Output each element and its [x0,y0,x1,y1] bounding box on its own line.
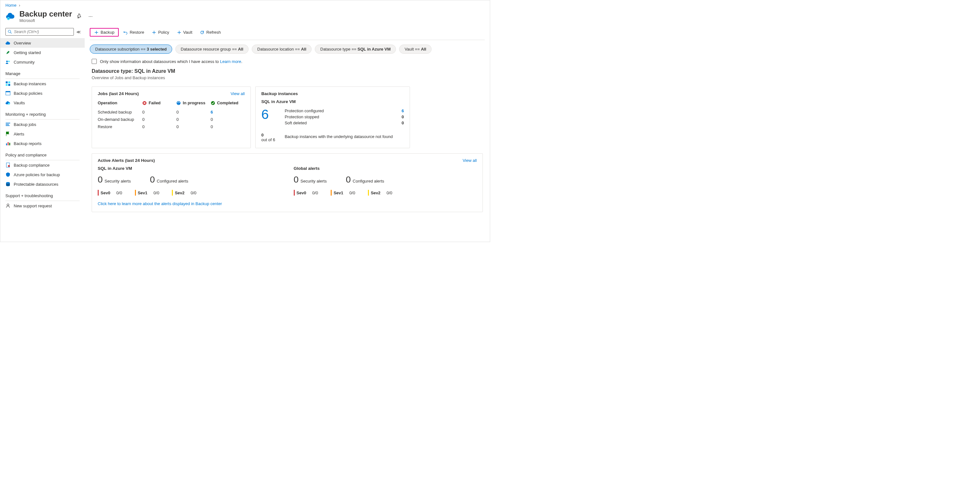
svg-line-2 [11,32,12,34]
plus-icon [94,30,99,35]
sidebar-item-protectable[interactable]: Protectable datasources [0,179,85,189]
instances-note: Backup instances with the underlying dat… [285,134,404,139]
sidebar-item-label: Backup instances [14,81,46,86]
refresh-icon [200,30,204,35]
nav-section-policy: Policy and compliance [0,148,85,159]
svg-rect-8 [8,84,10,86]
type-subtitle: Overview of Jobs and Backup instances [92,75,483,80]
policy-button[interactable]: Policy [149,29,172,36]
sidebar-item-backup-policies[interactable]: Backup policies [0,89,85,98]
svg-point-19 [8,165,10,167]
breadcrumb-home[interactable]: Home [5,3,17,8]
pill-location[interactable]: Datasource location == All [252,44,312,54]
svg-rect-10 [6,91,10,92]
sev2-item: Sev2 0/0 [368,190,393,195]
chart-icon [5,141,11,146]
plus-icon [152,30,156,35]
alerts-local: SQL in Azure VM 0Security alerts 0Config… [98,166,281,195]
plus-icon [177,30,181,35]
nav-section-support: Support + troubleshooting [0,189,85,199]
sidebar-item-backup-instances[interactable]: Backup instances [0,79,85,89]
nav-section-manage: Manage [0,67,85,77]
pill-resource-group[interactable]: Datasource resource group == All [175,44,249,54]
svg-point-1 [8,30,11,33]
compliance-icon [5,162,11,168]
sev0-item: Sev0 0/0 [294,190,318,195]
access-checkbox[interactable] [92,59,97,64]
jobs-view-all[interactable]: View all [231,91,245,96]
table-row: Restore 0 0 0 [98,123,245,130]
svg-point-3 [6,61,8,62]
filter-pills: Datasource subscription == 3 selected Da… [85,40,490,57]
jobs-col-completed: Completed [211,100,245,105]
instances-count[interactable]: 6 [261,108,275,121]
page-subtitle: Microsoft [19,19,72,23]
pill-subscription[interactable]: Datasource subscription == 3 selected [90,44,172,54]
sidebar-item-label: Backup jobs [14,122,36,127]
svg-point-24 [211,101,215,105]
alerts-global-title: Global alerts [294,166,477,171]
sidebar-item-label: Getting started [14,50,41,55]
completed-count-link[interactable]: 6 [211,110,213,114]
restore-button[interactable]: Restore [120,29,147,36]
policy-icon [5,172,11,177]
sidebar-item-label: Alerts [14,132,24,136]
nav-section-monitoring: Monitoring + reporting [0,108,85,118]
sidebar-item-backup-reports[interactable]: Backup reports [0,139,85,148]
type-title: Datasource type: SQL in Azure VM [92,68,483,74]
sidebar-item-alerts[interactable]: Alerts [0,129,85,139]
alerts-title: Active Alerts (last 24 Hours) [98,158,155,163]
more-icon[interactable]: ⋯ [87,13,94,20]
page-title: Backup center [19,10,72,19]
datasource-icon [5,182,11,187]
sidebar-item-getting-started[interactable]: Getting started [0,48,85,57]
sidebar-item-label: Overview [14,41,31,46]
sidebar-item-backup-jobs[interactable]: Backup jobs [0,119,85,129]
alerts-local-title: SQL in Azure VM [98,166,281,171]
table-row: Scheduled backup 0 0 6 [98,108,245,116]
refresh-button[interactable]: Refresh [197,29,224,36]
sidebar-item-vaults[interactable]: Vaults [0,98,85,108]
instances-icon [5,81,11,86]
pill-datasource-type[interactable]: Datasource type == SQL in Azure VM [315,44,396,54]
alerts-view-all[interactable]: View all [463,158,477,163]
configured-count-link[interactable]: 6 [402,108,404,113]
pill-vault[interactable]: Vault == All [399,44,431,54]
sidebar-item-new-request[interactable]: New support request [0,201,85,211]
security-alerts-count: 0Security alerts [98,175,131,185]
collapse-sidebar-icon[interactable]: ≪ [76,29,81,35]
backup-button[interactable]: Backup [90,28,119,36]
svg-rect-7 [6,84,8,86]
access-label: Only show information about datasources … [100,59,242,64]
instances-card: Backup instances SQL in Azure VM 6 0 out… [255,87,410,148]
svg-point-20 [6,182,10,184]
sidebar-item-label: Protectable datasources [14,182,58,187]
table-row: On-demand backup 0 0 0 [98,116,245,123]
svg-rect-5 [6,81,8,83]
jobs-col-in-progress: In progress [176,100,210,105]
sidebar-item-overview[interactable]: Overview [0,38,85,48]
undo-icon [123,30,127,35]
pin-icon[interactable] [76,12,83,21]
sidebar-item-community[interactable]: Community [0,57,85,67]
svg-point-11 [8,103,10,105]
sidebar-item-azure-policies[interactable]: Azure policies for backup [0,170,85,179]
svg-point-4 [8,61,10,62]
cloud-icon [5,40,11,46]
instances-outof: 0 out of 6 [261,133,275,142]
search-input[interactable] [5,28,74,36]
sev1-item: Sev1 0/0 [135,190,159,195]
instance-row: Protection stopped0 [285,114,404,120]
learn-more-link[interactable]: Learn more [220,59,241,64]
sidebar-item-backup-compliance[interactable]: Backup compliance [0,160,85,170]
jobs-title: Jobs (last 24 Hours) [98,91,139,96]
jobs-col-operation: Operation [98,100,142,105]
access-filter-row: Only show information about datasources … [85,57,490,68]
instances-subtitle: SQL in Azure VM [261,99,404,104]
sidebar-item-label: Backup compliance [14,163,50,168]
vault-button[interactable]: Vault [174,29,196,36]
breadcrumb: Home › [0,0,490,9]
main-content: Backup Restore Policy Vault Refresh Data… [85,25,490,242]
alerts-learn-more-link[interactable]: Click here to learn more about the alert… [98,201,477,206]
sev0-item: Sev0 0/0 [98,190,122,195]
